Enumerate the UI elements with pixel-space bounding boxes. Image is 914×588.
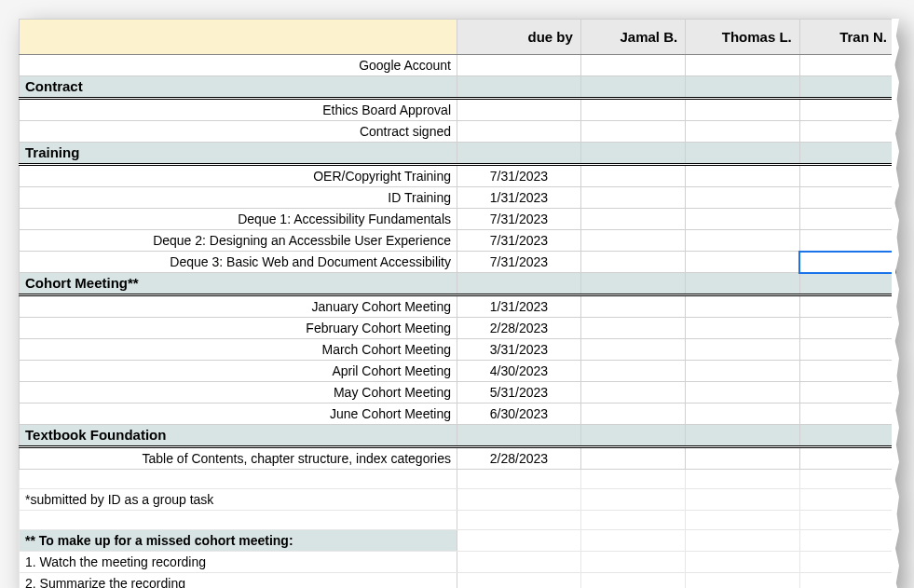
section-name-cell[interactable]: Contract — [20, 76, 457, 99]
person-3-cell[interactable] — [799, 339, 894, 361]
task-cell[interactable]: April Cohort Meeting — [20, 361, 457, 382]
header-due[interactable]: due by — [457, 20, 581, 55]
person-3-cell[interactable] — [799, 361, 894, 382]
empty-cell[interactable] — [580, 470, 685, 489]
due-cell[interactable]: 7/31/2023 — [457, 230, 581, 252]
due-cell[interactable]: 2/28/2023 — [457, 447, 581, 470]
person-2-cell[interactable] — [686, 447, 800, 470]
person-1-cell[interactable] — [580, 382, 685, 403]
due-cell[interactable]: 1/31/2023 — [457, 295, 581, 318]
empty-cell[interactable] — [580, 489, 685, 511]
header-person-3[interactable]: Tran N. — [799, 20, 894, 55]
section-empty-cell[interactable] — [686, 425, 800, 447]
due-cell[interactable]: 3/31/2023 — [457, 339, 581, 361]
section-empty-cell[interactable] — [799, 273, 894, 295]
person-3-cell[interactable] — [799, 252, 894, 273]
due-cell[interactable]: 5/31/2023 — [457, 382, 581, 403]
section-empty-cell[interactable] — [799, 425, 894, 447]
section-name-cell[interactable]: Textbook Foundation — [20, 425, 457, 447]
person-1-cell[interactable] — [580, 295, 685, 318]
empty-cell[interactable] — [457, 489, 581, 511]
person-2-cell[interactable] — [686, 99, 800, 121]
person-1-cell[interactable] — [580, 209, 685, 230]
empty-cell[interactable] — [686, 552, 800, 573]
empty-cell[interactable] — [580, 511, 685, 530]
person-2-cell[interactable] — [686, 230, 800, 252]
person-1-cell[interactable] — [580, 230, 685, 252]
person-2-cell[interactable] — [686, 252, 800, 273]
section-empty-cell[interactable] — [799, 76, 894, 99]
person-1-cell[interactable] — [580, 121, 685, 143]
empty-cell[interactable] — [457, 552, 581, 573]
empty-cell[interactable] — [799, 552, 894, 573]
section-empty-cell[interactable] — [457, 76, 581, 99]
section-empty-cell[interactable] — [580, 273, 685, 295]
person-1-cell[interactable] — [580, 252, 685, 273]
empty-cell[interactable] — [686, 573, 800, 589]
empty-cell[interactable] — [457, 511, 581, 530]
due-cell[interactable] — [457, 55, 581, 76]
note-cell[interactable]: 2. Summarize the recording — [20, 573, 457, 589]
person-3-cell[interactable] — [799, 55, 894, 76]
person-2-cell[interactable] — [686, 187, 800, 209]
empty-cell[interactable] — [799, 573, 894, 589]
empty-cell[interactable] — [799, 511, 894, 530]
empty-cell[interactable] — [686, 470, 800, 489]
person-1-cell[interactable] — [580, 339, 685, 361]
person-2-cell[interactable] — [686, 165, 800, 187]
task-cell[interactable]: Deque 1: Accessibility Fundamentals — [20, 209, 457, 230]
person-2-cell[interactable] — [686, 382, 800, 403]
task-cell[interactable]: June Cohort Meeting — [20, 403, 457, 425]
empty-cell[interactable] — [686, 530, 800, 552]
person-2-cell[interactable] — [686, 295, 800, 318]
spreadsheet-table[interactable]: due by Jamal B. Thomas L. Tran N. Google… — [19, 19, 895, 588]
header-task[interactable] — [20, 20, 457, 55]
note-cell[interactable] — [20, 470, 457, 489]
due-cell[interactable]: 6/30/2023 — [457, 403, 581, 425]
empty-cell[interactable] — [457, 573, 581, 589]
task-cell[interactable]: Deque 2: Designing an Accessbile User Ex… — [20, 230, 457, 252]
due-cell[interactable]: 7/31/2023 — [457, 252, 581, 273]
section-empty-cell[interactable] — [580, 76, 685, 99]
section-empty-cell[interactable] — [580, 143, 685, 165]
task-cell[interactable]: ID Training — [20, 187, 457, 209]
person-1-cell[interactable] — [580, 99, 685, 121]
person-1-cell[interactable] — [580, 55, 685, 76]
person-3-cell[interactable] — [799, 318, 894, 339]
section-empty-cell[interactable] — [457, 143, 581, 165]
section-empty-cell[interactable] — [686, 143, 800, 165]
task-cell[interactable]: OER/Copyright Training — [20, 165, 457, 187]
due-cell[interactable] — [457, 99, 581, 121]
person-3-cell[interactable] — [799, 382, 894, 403]
section-empty-cell[interactable] — [580, 425, 685, 447]
person-3-cell[interactable] — [799, 165, 894, 187]
section-empty-cell[interactable] — [686, 76, 800, 99]
empty-cell[interactable] — [799, 489, 894, 511]
note-cell[interactable]: ** To make up for a missed cohort meetin… — [20, 530, 457, 552]
due-cell[interactable]: 7/31/2023 — [457, 209, 581, 230]
note-cell[interactable] — [20, 511, 457, 530]
section-name-cell[interactable]: Cohort Meeting** — [20, 273, 457, 295]
due-cell[interactable]: 2/28/2023 — [457, 318, 581, 339]
person-1-cell[interactable] — [580, 318, 685, 339]
due-cell[interactable]: 1/31/2023 — [457, 187, 581, 209]
person-3-cell[interactable] — [799, 187, 894, 209]
empty-cell[interactable] — [686, 511, 800, 530]
person-1-cell[interactable] — [580, 361, 685, 382]
section-empty-cell[interactable] — [686, 273, 800, 295]
person-2-cell[interactable] — [686, 403, 800, 425]
task-cell[interactable]: Google Account — [20, 55, 457, 76]
due-cell[interactable]: 7/31/2023 — [457, 165, 581, 187]
person-1-cell[interactable] — [580, 187, 685, 209]
person-3-cell[interactable] — [799, 403, 894, 425]
empty-cell[interactable] — [799, 530, 894, 552]
person-2-cell[interactable] — [686, 361, 800, 382]
empty-cell[interactable] — [457, 530, 581, 552]
section-empty-cell[interactable] — [799, 143, 894, 165]
empty-cell[interactable] — [686, 489, 800, 511]
section-name-cell[interactable]: Training — [20, 143, 457, 165]
task-cell[interactable]: February Cohort Meeting — [20, 318, 457, 339]
header-person-1[interactable]: Jamal B. — [580, 20, 685, 55]
person-3-cell[interactable] — [799, 295, 894, 318]
person-2-cell[interactable] — [686, 318, 800, 339]
